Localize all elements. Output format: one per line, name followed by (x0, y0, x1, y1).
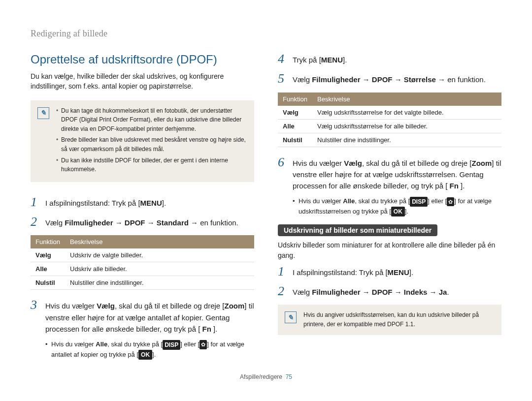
steps-right-continued: 6 Hvis du vælger Vælg, skal du gå til et… (278, 156, 501, 217)
macro-button-icon: ✿ (200, 340, 207, 349)
section-title: Oprettelse af udskriftsordre (DPOF) (31, 53, 254, 66)
table-row: NulstilNulstiller dine indstillinger. (31, 276, 254, 290)
mini-steps: 1 I afspilningstilstand: Tryk på MENU. 2… (278, 265, 501, 298)
step-number: 6 (278, 156, 287, 217)
sub-bullets: Hvis du vælger Alle, skal du trykke på [… (293, 196, 501, 216)
right-column: 4 Tryk på MENU. 5 Vælg Filmuligheder → D… (278, 53, 501, 367)
fn-button-icon: Fn (445, 180, 463, 191)
function-table-2: Funktion Beskrivelse VælgVælg udskriftss… (278, 93, 501, 147)
sub-item: Hvis du vælger Alle, skal du trykke på [… (45, 339, 254, 360)
steps-left-continued: 3 Hvis du vælger Vælg, skal du gå til et… (31, 299, 254, 360)
note-list: Du kan tage dit hukommelseskort til en f… (56, 106, 247, 176)
disp-button-icon: DISP (163, 340, 180, 350)
menu-button-icon: MENU (138, 197, 164, 209)
sub-bullets: Hvis du vælger Alle, skal du trykke på [… (45, 339, 254, 360)
table-row: NulstilNulstiller dine indstillinger. (278, 133, 501, 147)
note-item: Du kan ikke indstille DPOF for billeder,… (56, 156, 247, 174)
breadcrumb: Redigering af billede (31, 29, 501, 39)
note-item: Brede billeder kan blive udskrevet med b… (56, 135, 247, 154)
subsection-pill: Udskrivning af billeder som miniaturebil… (278, 224, 437, 236)
step-number: 5 (278, 72, 287, 85)
page-footer: Afspille/redigere 75 (31, 373, 501, 380)
step-text: Vælg Filmuligheder → DPOF → Indeks → Ja. (293, 285, 449, 298)
step-number: 1 (31, 196, 39, 209)
footer-section: Afspille/redigere (240, 373, 282, 380)
intro-paragraph: Du kan vælge, hvilke billeder der skal u… (31, 71, 254, 92)
table-row: VælgVælg udskriftsstørrelse for det valg… (278, 106, 501, 120)
step-number: 3 (31, 299, 39, 360)
fn-button-icon: Fn (198, 323, 215, 335)
step-text: I afspilningstilstand: Tryk på MENU. (45, 196, 166, 209)
note-box-2: ✎ Hvis du angiver udskriftsstørrelsen, k… (278, 305, 501, 335)
menu-button-icon: MENU (385, 267, 411, 278)
step-text: I afspilningstilstand: Tryk på MENU. (293, 265, 413, 278)
step-text: Hvis du vælger Vælg, skal du gå til et b… (293, 156, 501, 217)
note-icon: ✎ (37, 107, 49, 119)
step: 1 I afspilningstilstand: Tryk på MENU. (278, 265, 501, 278)
mini-desc: Udskriv billeder som miniaturer for at k… (278, 240, 501, 260)
ok-button-icon: OK (391, 207, 405, 216)
steps-right: 4 Tryk på MENU. 5 Vælg Filmuligheder → D… (278, 53, 501, 86)
table-header: Beskrivelse (65, 235, 254, 248)
step-number: 1 (278, 265, 287, 278)
table-header: Beskrivelse (312, 93, 501, 106)
step: 6 Hvis du vælger Vælg, skal du gå til et… (278, 156, 501, 217)
table-header: Funktion (278, 93, 312, 106)
sub-item: Hvis du vælger Alle, skal du trykke på [… (293, 196, 501, 216)
step-text: Hvis du vælger Vælg, skal du gå til et b… (45, 299, 254, 360)
step-number: 4 (278, 53, 287, 65)
note-item: Du kan tage dit hukommelseskort til en f… (56, 106, 247, 134)
note-icon: ✎ (285, 311, 297, 323)
step: 2 Vælg Filmuligheder → DPOF → Standard →… (31, 216, 254, 228)
ok-button-icon: OK (138, 350, 152, 360)
step: 2 Vælg Filmuligheder → DPOF → Indeks → J… (278, 285, 501, 298)
step: 3 Hvis du vælger Vælg, skal du gå til et… (31, 299, 254, 360)
note-box-1: ✎ Du kan tage dit hukommelseskort til en… (31, 100, 254, 182)
step-text: Vælg Filmuligheder → DPOF → Standard → e… (45, 216, 238, 228)
table-row: VælgUdskriv de valgte billeder. (31, 248, 254, 262)
table-row: AlleUdskriv alle billeder. (31, 262, 254, 276)
step-text: Vælg Filmuligheder → DPOF → Størrelse → … (293, 72, 486, 85)
footer-page-number: 75 (286, 373, 292, 380)
step-number: 2 (278, 285, 287, 298)
macro-button-icon: ✿ (447, 197, 454, 207)
table-row: AlleVælg udskriftsstørrelse for alle bil… (278, 119, 501, 133)
page: Redigering af billede Oprettelse af udsk… (0, 0, 532, 380)
step-text: Tryk på MENU. (293, 53, 347, 65)
menu-button-icon: MENU (319, 54, 345, 65)
content-columns: Oprettelse af udskriftsordre (DPOF) Du k… (31, 53, 501, 367)
function-table-1: Funktion Beskrivelse VælgUdskriv de valg… (31, 235, 254, 290)
step: 4 Tryk på MENU. (278, 53, 501, 65)
disp-button-icon: DISP (410, 197, 428, 207)
left-column: Oprettelse af udskriftsordre (DPOF) Du k… (31, 53, 254, 367)
step: 1 I afspilningstilstand: Tryk på MENU. (31, 196, 254, 209)
step-number: 2 (31, 216, 39, 228)
note-text: Hvis du angiver udskriftsstørrelsen, kan… (303, 310, 495, 329)
table-header: Funktion (31, 235, 65, 248)
step: 5 Vælg Filmuligheder → DPOF → Størrelse … (278, 72, 501, 85)
steps-left: 1 I afspilningstilstand: Tryk på MENU. 2… (31, 196, 254, 229)
